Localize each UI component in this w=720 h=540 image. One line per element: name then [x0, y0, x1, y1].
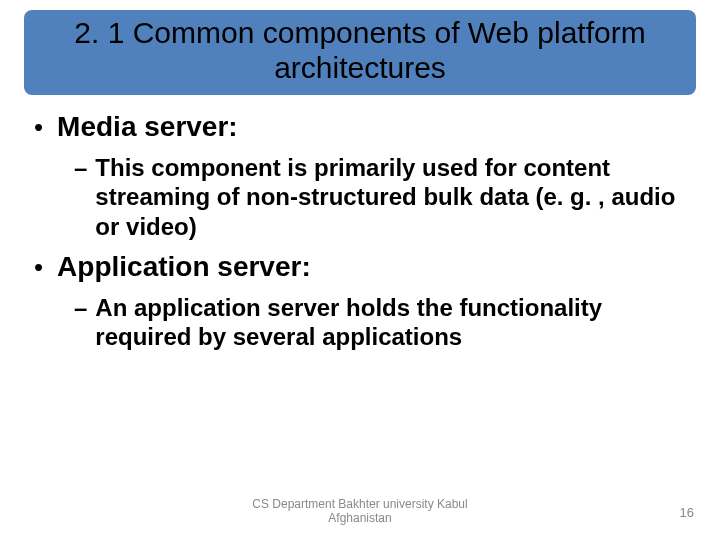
bullet-icon: • — [34, 114, 43, 140]
title-box: 2. 1 Common components of Web platform a… — [24, 10, 696, 95]
page-number: 16 — [680, 505, 694, 520]
list-item: • Media server: – This component is prim… — [28, 111, 692, 241]
sub-list-item: – An application server holds the functi… — [28, 293, 692, 352]
list-item-row: • Application server: — [28, 251, 692, 283]
slide-title: 2. 1 Common components of Web platform a… — [36, 16, 684, 85]
list-item-label: Application server: — [57, 251, 311, 283]
footer: CS Department Bakhter university Kabul A… — [0, 498, 720, 526]
sub-list: – An application server holds the functi… — [28, 293, 692, 352]
bullet-list: • Media server: – This component is prim… — [28, 111, 692, 351]
dash-icon: – — [74, 294, 87, 323]
bullet-icon: • — [34, 254, 43, 280]
dash-icon: – — [74, 154, 87, 183]
sub-list-text: An application server holds the function… — [95, 293, 692, 352]
slide: 2. 1 Common components of Web platform a… — [0, 0, 720, 540]
sub-list-text: This component is primarily used for con… — [95, 153, 692, 241]
sub-list-item: – This component is primarily used for c… — [28, 153, 692, 241]
footer-text: CS Department Bakhter university Kabul A… — [220, 498, 500, 526]
list-item-row: • Media server: — [28, 111, 692, 143]
list-item-label: Media server: — [57, 111, 238, 143]
sub-list: – This component is primarily used for c… — [28, 153, 692, 241]
content-area: • Media server: – This component is prim… — [20, 95, 700, 351]
list-item: • Application server: – An application s… — [28, 251, 692, 352]
